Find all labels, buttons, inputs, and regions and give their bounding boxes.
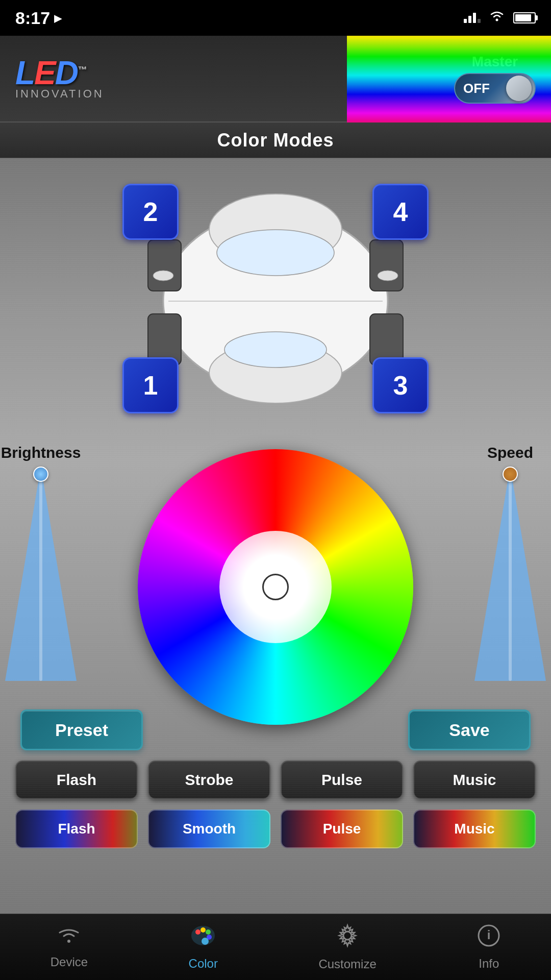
svg-point-15 xyxy=(195,929,201,935)
nav-info-label: Info xyxy=(479,957,499,971)
status-icons xyxy=(464,10,536,26)
logo-innovation: INNOVATION xyxy=(15,87,104,101)
strobe-mode-button[interactable]: Strobe xyxy=(148,761,270,799)
svg-point-17 xyxy=(206,929,211,935)
nav-customize-label: Customize xyxy=(318,957,376,971)
color-palette-icon xyxy=(190,924,216,952)
speed-track xyxy=(509,467,512,681)
logo-l: L xyxy=(15,55,34,91)
color-modes-title: Color Modes xyxy=(217,130,334,151)
svg-point-13 xyxy=(67,940,70,943)
zone-1-label: 1 xyxy=(143,370,158,401)
svg-point-0 xyxy=(496,19,498,21)
header: LED™ INNOVATION Master OFF xyxy=(0,36,551,122)
gear-icon xyxy=(335,923,360,953)
main-content: 2 4 1 3 Brightness xyxy=(0,158,551,914)
nav-info[interactable]: i Info xyxy=(462,919,516,976)
svg-point-11 xyxy=(153,271,173,281)
color-wheel-container[interactable] xyxy=(138,449,413,725)
preset-buttons-row: Flash Smooth Pulse Music xyxy=(0,810,551,848)
nav-color[interactable]: Color xyxy=(173,919,233,976)
master-toggle[interactable]: OFF xyxy=(454,73,536,104)
brightness-section: Brightness xyxy=(0,444,82,699)
brightness-thumb[interactable] xyxy=(33,467,48,482)
brightness-slider[interactable] xyxy=(5,467,77,681)
pulse-mode-button[interactable]: Pulse xyxy=(281,761,403,799)
car-area: 2 4 1 3 xyxy=(0,158,551,444)
svg-text:i: i xyxy=(487,928,491,942)
brightness-label: Brightness xyxy=(1,444,81,461)
zone-3-label: 3 xyxy=(393,370,408,401)
preset-smooth-button[interactable]: Smooth xyxy=(148,810,270,848)
wifi-signal-icon xyxy=(489,10,505,26)
bottom-nav: Device Color Customize xyxy=(0,914,551,980)
preset-music-button[interactable]: Music xyxy=(413,810,536,848)
preset-pulse-button[interactable]: Pulse xyxy=(281,810,403,848)
preset-flash-button[interactable]: Flash xyxy=(15,810,138,848)
logo-e: E xyxy=(34,55,55,91)
zone-3-button[interactable]: 3 xyxy=(372,357,429,413)
logo-tm: ™ xyxy=(78,65,86,75)
zone-2-label: 2 xyxy=(143,197,158,227)
signal-icon xyxy=(464,13,481,23)
device-wifi-icon xyxy=(57,925,81,951)
flash-mode-button[interactable]: Flash xyxy=(15,761,138,799)
save-button[interactable]: Save xyxy=(408,709,531,750)
color-wheel-inner xyxy=(219,531,332,643)
logo-area: LED™ INNOVATION xyxy=(15,57,104,101)
nav-customize[interactable]: Customize xyxy=(303,918,391,976)
svg-point-12 xyxy=(378,271,398,281)
speed-section: Speed xyxy=(469,444,551,699)
logo-d: D xyxy=(55,55,78,91)
zone-1-button[interactable]: 1 xyxy=(122,357,179,413)
car-diagram: 2 4 1 3 xyxy=(97,174,454,429)
svg-point-16 xyxy=(201,927,206,933)
navigation-arrow-icon: ▸ xyxy=(54,10,61,27)
svg-rect-7 xyxy=(370,240,403,291)
svg-point-5 xyxy=(224,332,327,368)
zone-4-button[interactable]: 4 xyxy=(372,184,429,240)
music-mode-button[interactable]: Music xyxy=(413,761,536,799)
sliders-section: Brightness Speed xyxy=(0,444,551,699)
status-time: 8:17 ▸ xyxy=(15,8,61,28)
master-toggle-label: OFF xyxy=(463,81,490,96)
color-modes-bar: Color Modes xyxy=(0,122,551,158)
speed-label: Speed xyxy=(487,444,533,461)
svg-point-20 xyxy=(343,932,352,940)
mode-buttons-row: Flash Strobe Pulse Music xyxy=(0,761,551,799)
nav-device-label: Device xyxy=(51,955,88,969)
time-display: 8:17 xyxy=(15,8,50,28)
nav-color-label: Color xyxy=(189,957,218,971)
preset-button[interactable]: Preset xyxy=(20,709,143,750)
info-icon: i xyxy=(477,924,500,952)
color-wheel-cursor xyxy=(262,574,289,600)
master-toggle-knob xyxy=(506,76,532,101)
zone-4-label: 4 xyxy=(393,197,408,227)
battery-icon xyxy=(513,12,536,23)
speed-slider[interactable] xyxy=(474,467,546,681)
status-bar: 8:17 ▸ xyxy=(0,0,551,36)
logo-text: LED™ xyxy=(15,57,86,89)
svg-point-4 xyxy=(217,230,334,276)
zone-2-button[interactable]: 2 xyxy=(122,184,179,240)
svg-rect-6 xyxy=(148,240,181,291)
preset-save-row: Preset Save xyxy=(0,699,551,761)
svg-point-19 xyxy=(202,938,209,945)
brightness-track xyxy=(39,467,42,681)
speed-thumb[interactable] xyxy=(503,467,518,482)
color-wheel[interactable] xyxy=(138,449,413,725)
nav-device[interactable]: Device xyxy=(35,920,103,974)
